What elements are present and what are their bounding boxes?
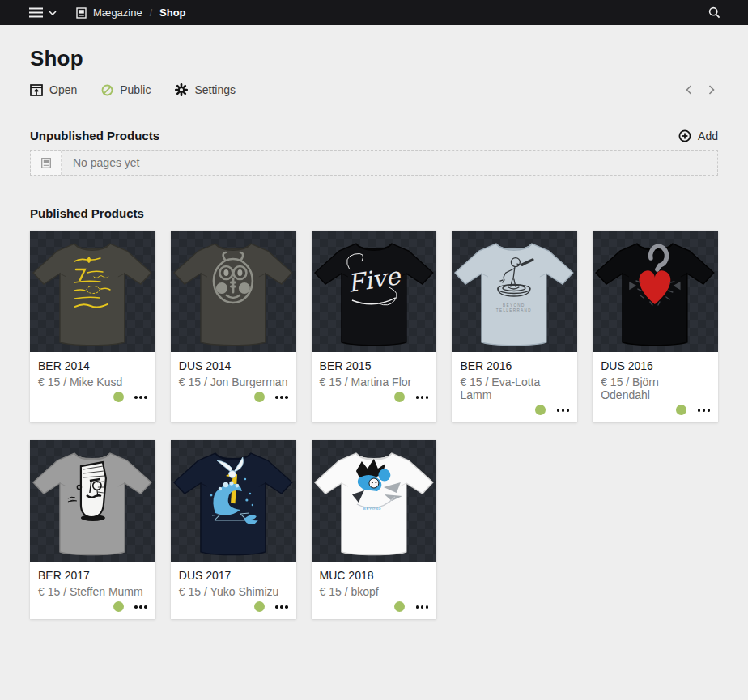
product-title: BER 2015: [320, 359, 429, 373]
product-status-toggle[interactable]: [394, 601, 405, 612]
status-button-label: Public: [120, 83, 151, 96]
product-status-toggle[interactable]: [113, 392, 124, 402]
product-status-toggle[interactable]: [254, 392, 265, 402]
prev-button[interactable]: [682, 83, 695, 96]
dots-icon: [416, 396, 419, 399]
product-status-toggle[interactable]: [113, 601, 124, 612]
status-button[interactable]: Public: [101, 83, 151, 96]
search-icon: [708, 6, 720, 19]
dots-icon: [134, 396, 138, 399]
open-button-label: Open: [49, 83, 77, 96]
chevron-right-icon: [708, 85, 715, 95]
product-card-footer: DUS 2016 € 15 / Björn Odendahl: [593, 352, 718, 422]
chevron-down-icon: [49, 11, 57, 15]
product-options-button[interactable]: [414, 392, 431, 402]
product-price-artist: € 15 / Björn Odendahl: [601, 375, 710, 401]
product-thumbnail: [593, 231, 718, 352]
main-content: Shop Open Public Settings: [0, 46, 748, 619]
product-card-footer: DUS 2014 € 15 / Jon Burgerman: [171, 352, 296, 409]
product-status-toggle[interactable]: [394, 392, 405, 402]
product-thumbnail: [30, 440, 155, 562]
breadcrumb-site-label: Mægazine: [93, 6, 142, 19]
breadcrumb-site[interactable]: Mægazine: [76, 6, 142, 19]
product-price-artist: € 15 / Yuko Shimizu: [179, 585, 288, 598]
status-public-icon: [101, 84, 113, 96]
product-price-artist: € 15 / Jon Burgerman: [179, 375, 288, 388]
dots-icon: [416, 605, 419, 609]
product-card[interactable]: DUS 2016 € 15 / Björn Odendahl: [593, 231, 718, 422]
menu-button[interactable]: [24, 4, 62, 21]
open-preview-icon: [30, 84, 43, 96]
product-title: DUS 2014: [179, 359, 288, 373]
product-title: BER 2016: [460, 359, 569, 373]
published-section-title: Published Products: [30, 206, 718, 220]
product-options-button[interactable]: [274, 602, 290, 612]
product-card-footer: BER 2017 € 15 / Steffen Mumm: [30, 562, 155, 619]
product-card[interactable]: BEYOND TELLERRAND BER 2016 € 15 / Eva-Lo…: [452, 231, 577, 422]
product-title: MUC 2018: [320, 569, 429, 583]
dots-icon: [275, 396, 278, 399]
settings-button-label: Settings: [194, 83, 236, 96]
add-product-button[interactable]: Add: [678, 129, 718, 142]
svg-text:TELLERRAND: TELLERRAND: [496, 308, 532, 312]
dots-icon: [698, 409, 701, 412]
pager: [682, 83, 718, 96]
published-products-section: Published Products BER 2014 € 15 / Mike …: [30, 206, 718, 619]
product-title: DUS 2017: [179, 569, 288, 583]
product-price-artist: € 15 / Mike Kusd: [38, 375, 147, 388]
header-divider: [30, 108, 718, 108]
next-button[interactable]: [705, 83, 718, 96]
product-title: DUS 2016: [601, 359, 710, 373]
hamburger-icon: [29, 7, 43, 18]
unpublished-section-title: Unpublished Products: [30, 129, 159, 142]
product-card[interactable]: Five BER 2015 € 15 / Martina Flor: [312, 231, 437, 422]
breadcrumb: Mægazine / Shop: [76, 6, 186, 19]
product-price-artist: € 15 / bkopf: [320, 585, 429, 598]
product-card[interactable]: BER 2014 € 15 / Mike Kusd: [30, 231, 155, 422]
product-price-artist: € 15 / Eva-Lotta Lamm: [460, 375, 569, 401]
page-actions: Open Public Settings: [30, 83, 718, 97]
product-card[interactable]: DUS 2014 € 15 / Jon Burgerman: [171, 231, 296, 422]
search-button[interactable]: [705, 3, 724, 22]
settings-button[interactable]: Settings: [175, 83, 236, 96]
product-card[interactable]: DUS 2017 € 15 / Yuko Shimizu: [171, 440, 296, 619]
product-card[interactable]: BEYOND MUC 2018 € 15 / bkopf: [312, 440, 437, 619]
product-options-button[interactable]: [133, 602, 149, 612]
product-status-toggle[interactable]: [535, 405, 546, 415]
add-icon: [678, 129, 691, 142]
product-card-footer: BER 2016 € 15 / Eva-Lotta Lamm: [452, 352, 577, 422]
product-status-toggle[interactable]: [676, 405, 686, 415]
product-thumbnail: [30, 231, 155, 352]
topbar: Mægazine / Shop: [0, 0, 748, 25]
dots-icon: [134, 605, 138, 609]
product-thumbnail: Five: [312, 231, 437, 352]
product-options-button[interactable]: [555, 405, 572, 415]
empty-pages-box: No pages yet: [30, 150, 718, 176]
product-price-artist: € 15 / Martina Flor: [320, 375, 429, 388]
product-thumbnail: [171, 440, 296, 562]
product-options-button[interactable]: [133, 392, 149, 402]
open-button[interactable]: Open: [30, 83, 77, 96]
product-card-footer: DUS 2017 € 15 / Yuko Shimizu: [171, 562, 296, 619]
product-options-button[interactable]: [274, 392, 290, 402]
svg-text:BEYOND: BEYOND: [503, 303, 525, 308]
product-options-button[interactable]: [414, 602, 431, 612]
product-card-footer: BER 2014 € 15 / Mike Kusd: [30, 352, 155, 409]
chevron-left-icon: [686, 85, 692, 95]
svg-text:BEYOND: BEYOND: [363, 507, 380, 511]
gear-icon: [175, 83, 188, 96]
breadcrumb-separator: /: [150, 7, 152, 19]
empty-pages-text: No pages yet: [62, 156, 140, 169]
product-status-toggle[interactable]: [254, 601, 265, 612]
journal-icon: [76, 7, 87, 19]
product-card-footer: BER 2015 € 15 / Martina Flor: [312, 352, 437, 409]
product-price-artist: € 15 / Steffen Mumm: [38, 585, 147, 598]
published-products-grid: BER 2014 € 15 / Mike Kusd DUS 2014 € 15: [30, 231, 718, 619]
add-button-label: Add: [698, 129, 718, 142]
product-thumbnail: BEYOND: [312, 440, 437, 562]
breadcrumb-page-label: Shop: [159, 6, 186, 19]
product-title: BER 2014: [38, 359, 147, 373]
product-options-button[interactable]: [696, 405, 712, 415]
breadcrumb-page[interactable]: Shop: [159, 6, 186, 19]
product-card[interactable]: BER 2017 € 15 / Steffen Mumm: [30, 440, 155, 619]
